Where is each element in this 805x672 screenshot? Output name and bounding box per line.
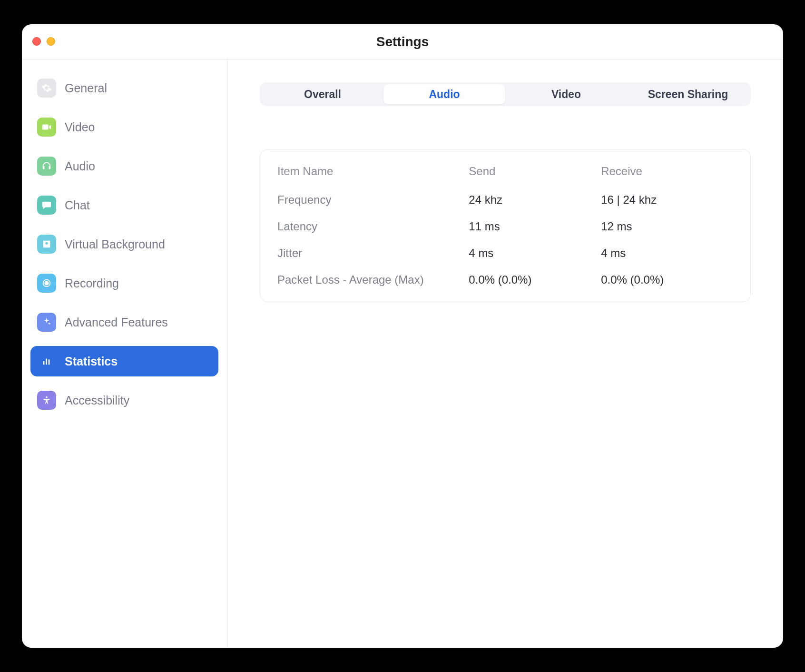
col-header-receive: Receive [601, 162, 733, 187]
stat-receive: 12 ms [601, 213, 733, 240]
accessibility-icon [37, 391, 56, 410]
sidebar-item-virtual-background[interactable]: Virtual Background [30, 229, 218, 259]
traffic-lights [32, 37, 55, 46]
sidebar-item-audio[interactable]: Audio [30, 151, 218, 181]
sidebar-item-label: Virtual Background [65, 237, 165, 251]
close-window-button[interactable] [32, 37, 41, 46]
tab-screen-sharing[interactable]: Screen Sharing [627, 84, 749, 104]
chat-bubble-icon [37, 196, 56, 215]
settings-window: Settings General Video Audio [22, 24, 783, 648]
person-square-icon [37, 235, 56, 254]
stat-receive: 16 | 24 khz [601, 187, 733, 213]
record-icon [37, 274, 56, 293]
table-row: Packet Loss - Average (Max) 0.0% (0.0%) … [277, 267, 733, 293]
sparkle-icon [37, 313, 56, 332]
table-row: Frequency 24 khz 16 | 24 khz [277, 187, 733, 213]
bar-chart-icon [37, 352, 56, 371]
stat-receive: 4 ms [601, 240, 733, 267]
svg-point-2 [46, 396, 48, 398]
col-header-send: Send [469, 162, 601, 187]
sidebar-item-label: Statistics [65, 355, 118, 368]
sidebar-item-label: General [65, 81, 107, 95]
sidebar-item-advanced-features[interactable]: Advanced Features [30, 307, 218, 337]
sidebar-item-statistics[interactable]: Statistics [30, 346, 218, 376]
stat-send: 0.0% (0.0%) [469, 267, 601, 293]
stat-name: Frequency [277, 187, 469, 213]
stat-send: 11 ms [469, 213, 601, 240]
col-header-name: Item Name [277, 162, 469, 187]
tab-overall[interactable]: Overall [262, 84, 383, 104]
titlebar: Settings [22, 24, 783, 59]
video-camera-icon [37, 118, 56, 137]
stat-send: 24 khz [469, 187, 601, 213]
stat-send: 4 ms [469, 240, 601, 267]
stats-panel: Item Name Send Receive Frequency 24 khz … [260, 149, 751, 302]
headphones-icon [37, 157, 56, 176]
stats-table: Item Name Send Receive Frequency 24 khz … [277, 162, 733, 293]
sidebar-item-label: Accessibility [65, 394, 129, 407]
sidebar-item-label: Video [65, 120, 95, 134]
stat-receive: 0.0% (0.0%) [601, 267, 733, 293]
sidebar-item-label: Recording [65, 277, 119, 290]
stat-name: Jitter [277, 240, 469, 267]
stat-name: Packet Loss - Average (Max) [277, 267, 469, 293]
sidebar-item-recording[interactable]: Recording [30, 268, 218, 298]
svg-point-1 [45, 281, 48, 285]
sidebar: General Video Audio Chat [22, 59, 227, 648]
minimize-window-button[interactable] [47, 37, 55, 46]
sidebar-item-label: Audio [65, 159, 95, 173]
stat-name: Latency [277, 213, 469, 240]
tab-video[interactable]: Video [505, 84, 627, 104]
sidebar-item-video[interactable]: Video [30, 112, 218, 142]
sidebar-item-accessibility[interactable]: Accessibility [30, 385, 218, 415]
table-row: Jitter 4 ms 4 ms [277, 240, 733, 267]
table-row: Latency 11 ms 12 ms [277, 213, 733, 240]
sidebar-item-label: Chat [65, 198, 90, 212]
sidebar-item-label: Advanced Features [65, 316, 168, 329]
sidebar-item-general[interactable]: General [30, 73, 218, 103]
sidebar-item-chat[interactable]: Chat [30, 190, 218, 220]
window-title: Settings [22, 34, 783, 49]
statistics-tabs: Overall Audio Video Screen Sharing [260, 82, 751, 106]
tab-audio[interactable]: Audio [383, 84, 505, 104]
gear-icon [37, 79, 56, 98]
content-area: Overall Audio Video Screen Sharing Item … [227, 59, 783, 648]
